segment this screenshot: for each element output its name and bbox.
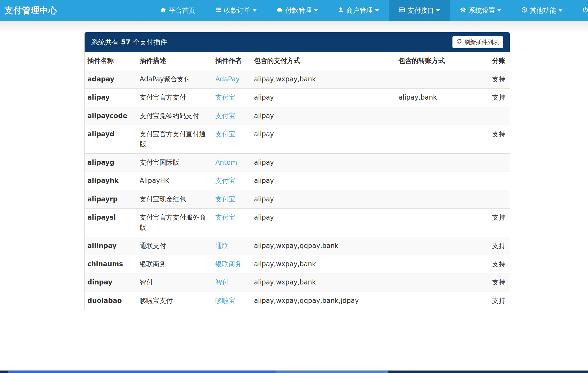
title-suffix: 个支付插件 [131,38,167,46]
table-row: chinaums 银联商务 银联商务 alipay,wxpay,bank 支持 [85,255,510,273]
nav-item-receive-orders[interactable]: 收款订单 [205,0,266,21]
bottom-window-edge-artifact [0,371,588,373]
plugin-author-link[interactable]: 支付宝 [215,214,235,221]
plugin-profit-share [489,107,510,125]
plugin-count: 57 [121,38,131,46]
table-row: alipay 支付宝官方支付 支付宝 alipay alipay,bank 支持 [85,89,510,107]
plugin-profit-share [489,154,510,172]
plugin-author-link[interactable]: 智付 [215,278,228,286]
gear-icon [460,7,469,15]
plugin-author-link[interactable]: 支付宝 [215,94,235,101]
nav-item-logout[interactable]: 退出登录 [572,0,588,21]
panel-header: 系统共有 57 个支付插件 刷新插件列表 [85,32,510,52]
table-row: allinpay 通联支付 通联 alipay,wxpay,qqpay,bank… [85,237,510,255]
nav-item-other-functions[interactable]: 其他功能 [511,0,572,21]
plugin-pay-methods: alipay [251,89,396,107]
plugin-transfer-methods [396,70,489,89]
plugin-profit-share [489,190,510,208]
nav-item-merchant-management[interactable]: 商户管理 [328,0,389,21]
plugin-name: adapay [85,70,137,89]
plugin-transfer-methods [396,125,489,153]
plugin-transfer-methods [396,190,489,208]
nav-item-label: 平台首页 [169,6,195,15]
table-row: alipayrp 支付宝现金红包 支付宝 alipay [85,190,510,208]
plugin-author-link[interactable]: 支付宝 [215,112,235,120]
plugin-profit-share [489,172,510,190]
home-icon [160,7,169,15]
plugin-transfer-methods [396,172,489,190]
plugin-pay-methods: alipay,wxpay,bank [251,273,396,292]
chevron-down-icon [375,9,379,12]
nav-item-platform-home[interactable]: 平台首页 [150,0,205,21]
plugin-desc: AlipayHK [137,172,213,190]
refresh-plugin-list-button[interactable]: 刷新插件列表 [452,36,503,48]
col-header-plugin-author: 插件作者 [212,52,251,70]
plugins-table: 插件名称 插件描述 插件作者 包含的支付方式 包含的转账方式 分账 adapay… [85,52,510,310]
title-prefix: 系统共有 [91,38,121,46]
nav-item-system-settings[interactable]: 系统设置 [450,0,511,21]
plugin-pay-methods: alipay [251,172,396,190]
plugin-desc: 支付宝官方支付直付通版 [137,125,213,153]
plugin-author-link[interactable]: Antom [215,159,237,166]
page-title: 系统共有 57 个支付插件 [91,38,167,47]
plugin-transfer-methods [396,292,489,310]
nav-item-label: 付款管理 [285,6,312,15]
plugin-name: alipaysl [85,208,137,237]
col-header-plugin-desc: 插件描述 [137,52,213,70]
plugin-author-link[interactable]: 支付宝 [215,130,235,138]
table-row: alipayhk AlipayHK 支付宝 alipay [85,172,510,190]
table-row: alipaycode 支付宝免签约码支付 支付宝 alipay [85,107,510,125]
plugin-desc: 支付宝国际版 [137,154,213,172]
plugin-author-link[interactable]: 支付宝 [215,177,235,185]
table-header-row: 插件名称 插件描述 插件作者 包含的支付方式 包含的转账方式 分账 [85,52,510,70]
plugin-pay-methods: alipay,wxpay,bank [251,255,396,273]
user-icon [338,7,346,15]
plugin-transfer-methods [396,154,489,172]
plugin-pay-methods: alipay [251,208,396,237]
plugin-name: alipaycode [85,107,137,125]
plugin-profit-share: 支持 [489,255,510,273]
plugin-profit-share: 支持 [489,237,510,255]
plugin-desc: 哆啦宝支付 [137,292,213,310]
plugin-name: alipayd [85,125,137,153]
plugin-transfer-methods [396,208,489,237]
plugin-transfer-methods [396,273,489,292]
plugin-desc: 智付 [137,273,213,292]
plugin-desc: 银联商务 [137,255,213,273]
nav-item-payment-interface[interactable]: 支付接口 [389,0,450,21]
col-header-profit-share: 分账 [489,52,510,70]
list-icon [215,7,224,15]
plugin-pay-methods: alipay [251,190,396,208]
plugin-name: alipay [85,89,137,107]
plugin-author-link[interactable]: 支付宝 [215,195,235,203]
plugin-author-link[interactable]: 银联商务 [215,260,242,268]
nav-item-label: 系统设置 [469,6,495,15]
plugin-transfer-methods [396,107,489,125]
cloud-icon [276,7,285,15]
plugin-profit-share: 支持 [489,292,510,310]
plugin-pay-methods: alipay [251,125,396,153]
col-header-plugin-name: 插件名称 [85,52,137,70]
page-background-gradient [0,21,588,33]
chevron-down-icon [436,9,440,12]
plugin-name: chinaums [85,255,137,273]
plugin-desc: 支付宝免签约码支付 [137,107,213,125]
table-row: alipaysl 支付宝官方支付服务商版 支付宝 alipay 支持 [85,208,510,237]
plugin-author-link[interactable]: 通联 [215,242,228,250]
plugin-profit-share: 支持 [489,208,510,237]
chevron-down-icon [559,9,562,12]
nav-item-payout-management[interactable]: 付款管理 [266,0,328,21]
plugin-transfer-methods: alipay,bank [396,89,489,107]
power-icon [582,7,588,15]
main-nav: 平台首页 收款订单 付款管理 商户管理 支付接口 系统设置 [150,0,588,21]
nav-item-label: 商户管理 [346,6,373,15]
table-row: alipayg 支付宝国际版 Antom alipay [85,154,510,172]
app-title: 支付管理中心 [0,5,57,16]
chevron-down-icon [253,9,257,12]
credit-card-icon [399,7,408,15]
col-header-transfer-methods: 包含的转账方式 [396,52,489,70]
plugin-pay-methods: alipay [251,107,396,125]
plugin-author-link[interactable]: 哆啦宝 [215,297,235,305]
chevron-down-icon [497,9,501,12]
plugin-author-link[interactable]: AdaPay [215,75,239,83]
